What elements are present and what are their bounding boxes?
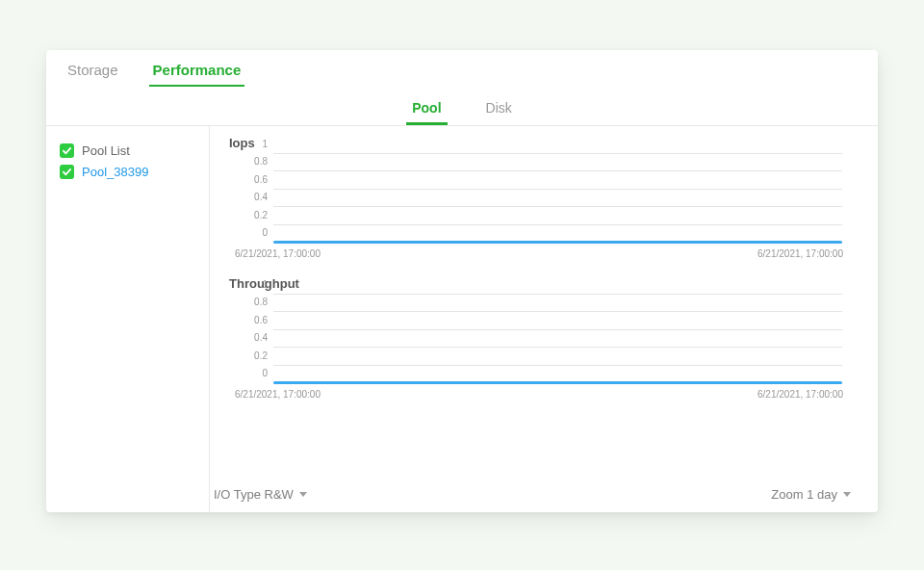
ytick: 0 xyxy=(244,368,268,378)
sidebar-item-label: Pool List xyxy=(82,143,130,158)
sidebar-item-pool-38399[interactable]: Pool_38399 xyxy=(60,161,199,182)
ytick: 1 xyxy=(244,279,268,290)
ytick: 0.4 xyxy=(244,192,268,202)
chart-grid: 0 0.2 0.4 0.6 0.8 1 xyxy=(273,154,843,243)
subtab-pool[interactable]: Pool xyxy=(406,92,447,125)
chevron-down-icon xyxy=(299,492,307,497)
content: Iops 0 0.2 0.4 0.6 0.8 1 xyxy=(210,126,878,512)
ytick: 0.8 xyxy=(244,297,268,307)
app-card: Storage Performance Pool Disk Pool List xyxy=(46,50,878,512)
chart-plot: 0 0.2 0.4 0.6 0.8 1 xyxy=(273,154,843,243)
tab-performance[interactable]: Performance xyxy=(149,54,245,87)
ytick: 0.4 xyxy=(244,332,268,343)
subtab-disk[interactable]: Disk xyxy=(480,92,518,125)
chart-series-line xyxy=(273,241,842,244)
ytick: 0 xyxy=(244,227,268,238)
ytick: 0.6 xyxy=(244,173,268,184)
dropdown-label: Zoom 1 day xyxy=(771,487,837,502)
sub-tabs: Pool Disk xyxy=(46,87,878,126)
chart-series-line xyxy=(273,381,842,384)
chart-xaxis: 6/21/2021, 17:00:00 6/21/2021, 17:00:00 xyxy=(235,248,843,259)
ytick: 0.8 xyxy=(244,156,268,167)
ytick: 0.6 xyxy=(244,314,268,324)
body: Pool List Pool_38399 Iops xyxy=(46,126,878,512)
iotype-dropdown[interactable]: I/O Type R&W xyxy=(214,487,307,502)
content-footer: I/O Type R&W Zoom 1 day xyxy=(210,487,878,502)
chart-title: Throughput xyxy=(229,276,859,291)
xaxis-start: 6/21/2021, 17:00:00 xyxy=(235,248,321,259)
subtab-label: Disk xyxy=(486,100,512,116)
chart-plot: 0 0.2 0.4 0.6 0.8 1 xyxy=(273,295,843,383)
ytick: 0.2 xyxy=(244,350,268,360)
sidebar-item-label: Pool_38399 xyxy=(82,165,148,179)
tab-label: Performance xyxy=(153,62,242,78)
sidebar: Pool List Pool_38399 xyxy=(46,126,210,512)
sidebar-item-pool-list[interactable]: Pool List xyxy=(60,140,199,161)
checkbox-icon[interactable] xyxy=(60,165,74,179)
main-tabs: Storage Performance xyxy=(46,50,878,87)
xaxis-start: 6/21/2021, 17:00:00 xyxy=(235,389,321,400)
zoom-dropdown[interactable]: Zoom 1 day xyxy=(771,487,851,502)
xaxis-end: 6/21/2021, 17:00:00 xyxy=(757,389,843,400)
tab-storage[interactable]: Storage xyxy=(64,54,122,87)
checkbox-icon[interactable] xyxy=(60,143,74,158)
chart-grid: 0 0.2 0.4 0.6 0.8 1 xyxy=(273,295,843,383)
chart-iops: Iops 0 0.2 0.4 0.6 0.8 1 xyxy=(229,136,859,259)
chart-xaxis: 6/21/2021, 17:00:00 6/21/2021, 17:00:00 xyxy=(235,389,843,400)
dropdown-label: I/O Type R&W xyxy=(214,487,294,502)
chart-throughput: Throughput 0 0.2 0.4 0.6 0.8 1 xyxy=(229,276,859,400)
subtab-label: Pool xyxy=(412,100,441,116)
ytick: 0.2 xyxy=(244,209,268,220)
tab-label: Storage xyxy=(67,62,118,78)
chevron-down-icon xyxy=(843,492,851,497)
chart-title: Iops xyxy=(229,136,859,150)
xaxis-end: 6/21/2021, 17:00:00 xyxy=(757,248,843,259)
ytick: 1 xyxy=(244,139,268,149)
